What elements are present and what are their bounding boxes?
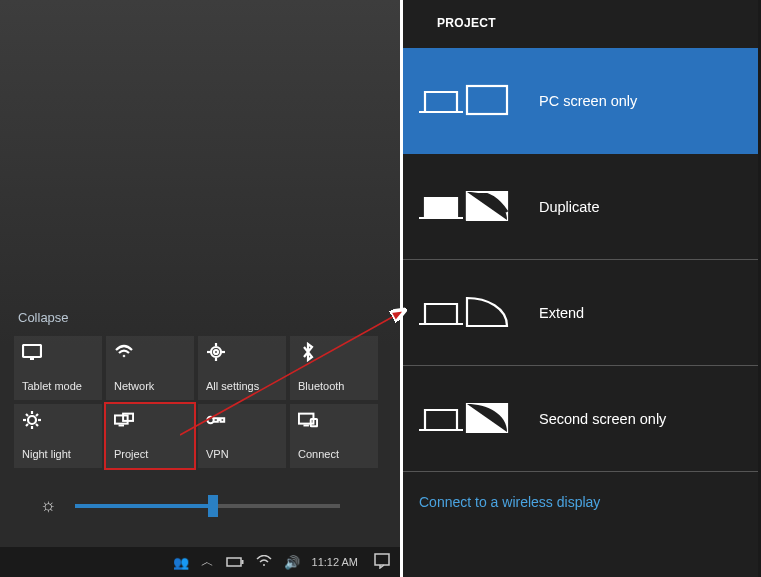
gear-icon — [206, 342, 226, 362]
tile-label: Project — [114, 448, 186, 460]
tile-label: Bluetooth — [298, 380, 370, 392]
collapse-link[interactable]: Collapse — [18, 310, 69, 325]
chevron-up-icon[interactable]: ︿ — [201, 553, 214, 571]
tile-all-settings[interactable]: All settings — [198, 336, 286, 400]
svg-rect-0 — [23, 345, 41, 357]
tablet-icon — [22, 342, 42, 362]
battery-icon[interactable] — [226, 555, 244, 570]
bluetooth-icon — [298, 342, 318, 362]
project-option-duplicate[interactable]: Duplicate — [403, 154, 758, 260]
svg-line-16 — [36, 414, 38, 416]
svg-point-27 — [263, 564, 265, 566]
taskbar-clock[interactable]: 11:12 AM — [312, 556, 358, 568]
vpn-icon — [206, 410, 226, 430]
svg-rect-18 — [115, 415, 128, 423]
svg-rect-29 — [467, 86, 507, 114]
connect-icon — [298, 410, 318, 430]
tile-label: VPN — [206, 448, 278, 460]
tile-night-light[interactable]: Night light — [14, 404, 102, 468]
tile-project[interactable]: Project — [106, 404, 194, 468]
project-option-pc-only[interactable]: PC screen only — [403, 48, 758, 154]
svg-point-9 — [28, 416, 36, 424]
svg-line-17 — [26, 424, 28, 426]
duplicate-icon — [419, 182, 511, 232]
brightness-slider[interactable] — [75, 504, 341, 508]
tile-tablet-mode[interactable]: Tablet mode — [14, 336, 102, 400]
option-label: Second screen only — [539, 411, 666, 427]
connect-wireless-display-link[interactable]: Connect to a wireless display — [403, 472, 758, 510]
svg-rect-25 — [227, 558, 241, 566]
svg-rect-28 — [375, 554, 389, 565]
tile-label: All settings — [206, 380, 278, 392]
brightness-thumb[interactable] — [208, 495, 218, 517]
tile-connect[interactable]: Connect — [290, 404, 378, 468]
svg-point-2 — [123, 355, 126, 358]
tile-bluetooth[interactable]: Bluetooth — [290, 336, 378, 400]
svg-rect-26 — [241, 560, 243, 564]
svg-line-15 — [36, 424, 38, 426]
svg-line-14 — [26, 414, 28, 416]
option-label: Duplicate — [539, 199, 599, 215]
option-label: PC screen only — [539, 93, 637, 109]
brightness-control: ☼ — [40, 495, 340, 516]
taskbar: 👥 ︿ 🔊 11:12 AM — [0, 547, 400, 577]
tile-label: Night light — [22, 448, 94, 460]
pc-only-icon — [419, 76, 511, 126]
people-icon[interactable]: 👥 — [173, 555, 189, 570]
volume-icon[interactable]: 🔊 — [284, 555, 300, 570]
second-only-icon — [419, 394, 511, 444]
tile-vpn[interactable]: VPN — [198, 404, 286, 468]
svg-point-3 — [211, 347, 221, 357]
project-panel: PROJECT PC screen only — [400, 0, 758, 577]
svg-point-4 — [214, 350, 218, 354]
project-panel-title: PROJECT — [403, 0, 758, 48]
project-option-extend[interactable]: Extend — [403, 260, 758, 366]
notification-icon[interactable] — [370, 553, 394, 572]
tile-label: Connect — [298, 448, 370, 460]
tile-label: Tablet mode — [22, 380, 94, 392]
svg-point-21 — [207, 417, 213, 423]
tile-network[interactable]: Network — [106, 336, 194, 400]
sun-icon — [22, 410, 42, 430]
extend-icon — [419, 288, 511, 338]
brightness-icon: ☼ — [40, 495, 57, 516]
project-icon — [114, 410, 134, 430]
action-center-panel: Collapse Tablet mode Network All setting… — [0, 0, 400, 577]
wifi-tray-icon[interactable] — [256, 555, 272, 570]
option-label: Extend — [539, 305, 584, 321]
wifi-icon — [114, 342, 134, 362]
project-option-second-only[interactable]: Second screen only — [403, 366, 758, 472]
quick-action-tiles: Tablet mode Network All settings Bluetoo… — [14, 336, 382, 468]
tile-label: Network — [114, 380, 186, 392]
